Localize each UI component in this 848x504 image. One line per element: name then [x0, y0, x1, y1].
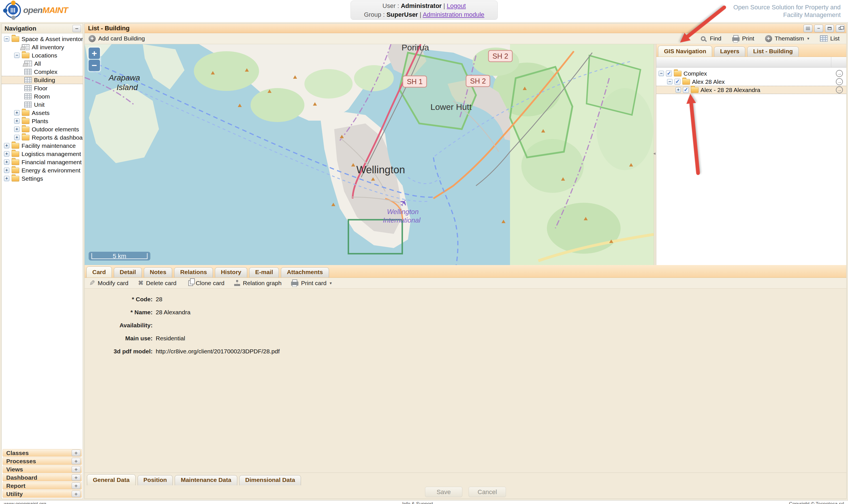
printer-icon — [291, 282, 299, 286]
accordion-report[interactable]: Report+ — [3, 482, 82, 489]
tab-dimensional-data[interactable]: Dimensional Data — [239, 475, 301, 485]
modify-card-button[interactable]: ✎Modify card — [89, 279, 129, 287]
print-card-button[interactable]: Print card▾ — [291, 280, 331, 287]
restore-icon[interactable] — [836, 25, 845, 32]
sidebar-item-building[interactable]: Building — [2, 76, 83, 84]
expand-node-icon[interactable] — [4, 168, 10, 173]
tab-email[interactable]: E-mail — [249, 267, 279, 277]
gis-tree-item-alex-28-28-alexandra[interactable]: Alex - 28 28 Alexandra — [656, 86, 846, 94]
tab-position[interactable]: Position — [138, 475, 173, 485]
add-icon — [89, 35, 96, 42]
sidebar-item-reports-dashboards[interactable]: Reports & dashboards — [2, 133, 83, 142]
tab-general-data[interactable]: General Data — [87, 474, 136, 485]
expand-node-icon[interactable] — [4, 176, 10, 181]
sidebar-item-logistics-management[interactable]: Logistics management — [2, 150, 83, 158]
logout-link[interactable]: Logout — [447, 2, 466, 10]
tab-attachments[interactable]: Attachments — [281, 267, 329, 277]
sidebar-item-settings[interactable]: Settings — [2, 175, 83, 183]
tab-relations[interactable]: Relations — [174, 267, 213, 277]
accordion-views[interactable]: Views+ — [3, 466, 82, 473]
goto-card-icon[interactable] — [836, 86, 843, 93]
checkbox-checked[interactable] — [683, 87, 689, 93]
tab-gis-navigation[interactable]: GIS Navigation — [658, 46, 712, 57]
add-card-building-button[interactable]: Add card Building — [89, 35, 145, 42]
find-button[interactable]: Find — [701, 35, 721, 42]
expand-accordion-icon[interactable]: + — [72, 466, 80, 472]
scale-bracket — [91, 253, 147, 259]
expand-node-icon[interactable] — [14, 118, 20, 124]
sidebar-item-complex[interactable]: Complex — [2, 68, 83, 76]
delete-card-button[interactable]: ✖Delete card — [138, 279, 177, 287]
expand-accordion-icon[interactable]: + — [72, 474, 80, 481]
accordion-classes[interactable]: Classes+ — [3, 449, 82, 457]
sidebar-item-outdoor-elements[interactable]: Outdoor elements — [2, 125, 83, 133]
checkbox-checked[interactable] — [674, 79, 680, 85]
collapse-node-icon[interactable] — [667, 79, 672, 84]
expand-node-icon[interactable] — [4, 151, 10, 157]
sidebar-item-floor[interactable]: Floor — [2, 84, 83, 92]
session-box: User : Administrator | Logout Group : Su… — [350, 1, 498, 20]
save-button[interactable]: Save — [425, 487, 462, 497]
print-button[interactable]: Print — [732, 35, 754, 42]
map-label-porirua: Porirua — [401, 44, 429, 52]
gis-tree-item-alex-28-alex[interactable]: Alex 28 Alex — [656, 77, 846, 86]
administration-module-link[interactable]: Administration module — [423, 11, 484, 18]
collapse-node-icon[interactable] — [658, 71, 664, 76]
sidebar-item-locations[interactable]: Locations — [2, 51, 83, 59]
zoom-in-button[interactable]: + — [89, 48, 100, 59]
tab-maintenance-data[interactable]: Maintenance Data — [175, 475, 237, 485]
checkbox-checked[interactable] — [666, 71, 672, 76]
sidebar-item-plants[interactable]: Plants — [2, 117, 83, 125]
goto-card-icon[interactable] — [836, 70, 843, 77]
collapse-node-icon[interactable] — [4, 36, 10, 42]
tab-detail[interactable]: Detail — [114, 267, 142, 277]
goto-card-icon[interactable] — [836, 78, 843, 85]
sidebar-item-assets[interactable]: Assets — [2, 109, 83, 117]
panel-splitter[interactable] — [654, 44, 656, 265]
tab-card[interactable]: Card — [86, 267, 112, 277]
expand-accordion-icon[interactable]: + — [72, 491, 80, 497]
menu-icon[interactable] — [804, 25, 812, 32]
expand-accordion-icon[interactable]: + — [72, 458, 80, 464]
map-viewport[interactable]: SH 1 SH 2 SH 2 ✈ Porirua — [85, 44, 654, 265]
sidebar-item-facility-maintenance[interactable]: Facility maintenance — [2, 142, 83, 150]
map-svg[interactable]: SH 1 SH 2 SH 2 ✈ Porirua — [85, 44, 654, 265]
expand-node-icon[interactable] — [675, 87, 681, 93]
expand-accordion-icon[interactable]: + — [72, 483, 80, 489]
thematism-button[interactable]: Thematism▾ — [765, 35, 809, 42]
sidebar-item-financial-management[interactable]: Financial management — [2, 158, 83, 166]
relation-graph-button[interactable]: Relation graph — [234, 280, 282, 287]
accordion-processes[interactable]: Processes+ — [3, 457, 82, 465]
field-code: * Code:28 — [85, 296, 846, 303]
gis-tree-item-complex[interactable]: Complex — [656, 69, 846, 77]
expand-node-icon[interactable] — [14, 127, 20, 132]
maximize-icon[interactable] — [825, 25, 834, 32]
sidebar-item-all[interactable]: All — [2, 59, 83, 68]
clone-card-button[interactable]: Clone card — [186, 280, 224, 287]
sidebar-item-energy-environment[interactable]: Energy & environment — [2, 166, 83, 175]
expand-node-icon[interactable] — [14, 110, 20, 115]
sidebar-item-room[interactable]: Room — [2, 92, 83, 101]
sidebar-item-space-asset-inventory[interactable]: Space & Asset inventory — [2, 35, 83, 43]
sidebar-item-unit[interactable]: Unit — [2, 101, 83, 109]
tab-history[interactable]: History — [215, 267, 247, 277]
expand-node-icon[interactable] — [4, 143, 10, 148]
expand-node-icon[interactable] — [4, 159, 10, 165]
expand-node-icon[interactable] — [14, 135, 20, 140]
accordion-utility[interactable]: Utility+ — [3, 490, 82, 498]
collapse-node-icon[interactable] — [14, 53, 20, 58]
navigation-tree: Space & Asset inventory All inventory Lo… — [2, 33, 83, 448]
tab-notes[interactable]: Notes — [144, 267, 172, 277]
minimize-icon[interactable]: − — [814, 25, 823, 32]
accordion-dashboard[interactable]: Dashboard+ — [3, 474, 82, 481]
collapse-panel-button[interactable]: − — [72, 25, 81, 32]
expand-accordion-icon[interactable]: + — [72, 450, 80, 456]
footer-site-link[interactable]: www.openmaint.org — [4, 501, 46, 504]
footer-support-link[interactable]: Info & Support — [402, 501, 433, 504]
list-view-button[interactable]: List — [820, 35, 840, 42]
tab-list-building[interactable]: List - Building — [747, 47, 799, 57]
sidebar-item-all-inventory[interactable]: All inventory — [2, 43, 83, 51]
cancel-button[interactable]: Cancel — [469, 487, 506, 497]
zoom-out-button[interactable]: − — [89, 60, 100, 71]
tab-layers[interactable]: Layers — [714, 47, 745, 57]
